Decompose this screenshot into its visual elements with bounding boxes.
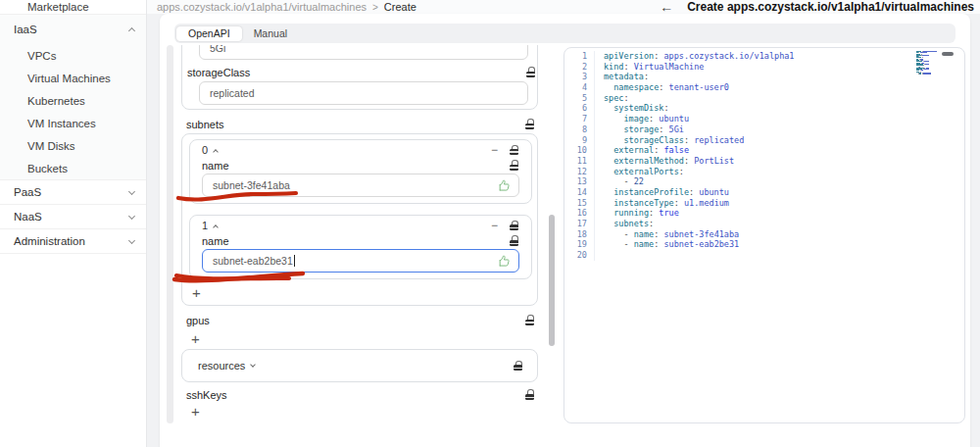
sidebar-item-vm-disks[interactable]: VM Disks [0,134,146,157]
tab-openapi[interactable]: OpenAPI [176,26,242,41]
system-disk-card: 5Gi storageClass replicated [181,45,538,110]
editor-line: 12 externalPorts: [564,167,964,177]
editor-line: 3metadata: [564,72,964,82]
sidebar-group-label: IaaS [14,24,129,35]
line-number: 12 [564,167,594,177]
line-code: instanceProfile: ubuntu [594,187,729,198]
line-code: externalPorts: [594,167,684,177]
create-form-card: OpenAPIManual 5Gi storageClass [160,14,970,447]
line-code: external: false [594,145,689,156]
page-header: ← Create apps.cozystack.io/v1alpha1/virt… [660,0,974,14]
sidebar-group-naas: NaaS [0,205,146,229]
line-number: 5 [564,93,594,104]
line-code: running: true [594,208,679,219]
subnet-item-0-index[interactable]: 0 [202,144,208,156]
add-sshkey-button[interactable]: + [191,404,211,418]
tab-manual[interactable]: Manual [242,26,299,41]
sidebar-group-iaas: IaaSVPCsVirtual MachinesKubernetesVM Ins… [0,15,146,180]
breadcrumb-resource-link[interactable]: apps.cozystack.io/v1alpha1/virtualmachin… [157,1,367,13]
subnet-item-1-name-row: name [202,234,519,247]
line-code: apiVersion: apps.cozystack.io/v1alpha1 [594,51,795,62]
sidebar-item-vm-instances[interactable]: VM Instances [0,112,146,134]
editor-line: 9 storageClass: replicated [564,135,964,146]
editor-minimap-slider[interactable] [942,52,954,56]
content-area: OpenAPIManual 5Gi storageClass [147,14,980,447]
storage-input-partial[interactable]: 5Gi [199,45,528,60]
form-scrollbar-left-track[interactable] [167,45,173,423]
editor-line: 4 namespace: tenant-user0 [564,82,964,93]
line-code: storage: 5Gi [594,124,684,135]
chevron-up-icon[interactable] [213,149,219,155]
editor-line: 8 storage: 5Gi [564,124,964,135]
subnets-label-row: subnets [186,118,535,130]
editor-line: 2kind: VirtualMachine [564,62,964,73]
line-code: externalMethod: PortList [594,156,734,167]
line-number: 13 [564,176,594,187]
openapi-form: 5Gi storageClass replicated subnets [173,45,538,423]
line-code: systemDisk: [594,103,669,114]
sidebar-group-header-paas[interactable]: PaaS [0,180,146,204]
chevron-down-icon [128,212,135,219]
sidebar-item-virtual-machines[interactable]: Virtual Machines [0,67,146,89]
storage-class-label-row: storageClass [187,66,536,78]
chevron-down-icon[interactable] [250,362,256,368]
editor-line: 16 running: true [564,208,964,219]
sidebar-group-label: Administration [14,235,129,247]
subnet-1-name-value: subnet-eab2be31 [213,255,293,267]
add-gpu-button[interactable]: + [191,331,211,345]
subnet-item-1-index[interactable]: 1 [202,220,208,231]
subnet-0-name-value: subnet-3fe41aba [213,179,290,191]
sidebar-group-header-administration[interactable]: Administration [0,229,146,253]
subnet-item-0: 0 − name subnet-3fe41aba [189,139,532,204]
form-scrollbar-thumb[interactable] [549,215,555,346]
minus-icon[interactable]: − [491,144,498,156]
subnets-label: subnets [186,119,224,130]
line-number: 20 [564,250,594,261]
line-number: 16 [564,208,594,219]
editor-lines[interactable]: 1apiVersion: apps.cozystack.io/v1alpha12… [564,48,964,261]
sidebar-group-header-naas[interactable]: NaaS [0,205,146,228]
editor-line: 17 subnets: [564,219,964,229]
sidebar-group-paas: PaaS [0,180,146,205]
gpus-label: gpus [186,315,210,326]
editor-line: 18 - name: subnet-3fe41aba [564,229,964,240]
resources-card[interactable]: resources [181,349,538,382]
editor-line: 11 externalMethod: PortList [564,156,964,167]
lock-icon [510,160,519,171]
sidebar-item-vpcs[interactable]: VPCs [0,44,146,67]
line-number: 4 [564,82,594,93]
line-code [594,250,604,261]
lock-icon [510,145,519,156]
back-arrow-icon[interactable]: ← [660,0,673,14]
sshkeys-label-row: sshKeys [186,388,535,401]
sidebar-group-label: PaaS [14,186,129,198]
thumbs-up-icon[interactable] [498,179,511,192]
editor-line: 20 [564,250,964,261]
line-code: - name: subnet-3fe41aba [594,229,739,240]
storage-input-value: 5Gi [210,45,225,54]
sidebar-item-buckets[interactable]: Buckets [0,157,146,179]
chevron-up-icon[interactable] [213,224,219,230]
subnet-0-name-input[interactable]: subnet-3fe41aba [202,174,519,197]
line-number: 17 [564,219,594,229]
name-label: name [202,160,229,172]
form-and-editor-panes: 5Gi storageClass replicated subnets [160,45,970,423]
sidebar-group-header-iaas[interactable]: IaaS [0,15,146,44]
yaml-editor[interactable]: 1apiVersion: apps.cozystack.io/v1alpha12… [564,47,965,423]
storage-class-input[interactable]: replicated [199,81,528,105]
main-area: apps.cozystack.io/v1alpha1/virtualmachin… [147,0,980,447]
sidebar-item-kubernetes[interactable]: Kubernetes [0,89,146,112]
thumbs-up-icon[interactable] [498,255,511,268]
sidebar-group-administration: Administration [0,229,146,254]
line-number: 14 [564,187,594,198]
subnet-1-name-input[interactable]: subnet-eab2be31 [202,249,519,273]
chevron-down-icon [128,187,135,194]
subnet-item-0-header: 0 − [202,143,519,157]
minus-icon[interactable]: − [491,220,498,231]
gpus-label-row: gpus [186,314,535,326]
line-code: image: ubuntu [594,114,689,124]
editor-line: 6 systemDisk: [564,103,964,114]
line-code: namespace: tenant-user0 [594,82,729,93]
sidebar-item-marketplace[interactable]: Marketplace [0,0,146,15]
add-subnet-button[interactable]: + [192,283,212,301]
